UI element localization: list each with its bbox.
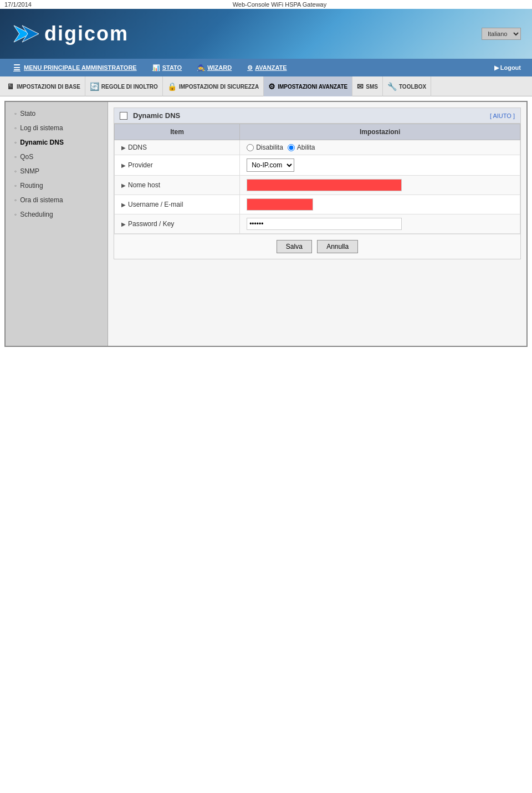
nome-host-input[interactable] — [247, 179, 402, 191]
sms-icon: ✉ — [357, 82, 364, 91]
password-control-cell — [240, 214, 520, 234]
sicurezza-icon: 🔒 — [167, 82, 177, 91]
annulla-button[interactable]: Annulla — [317, 240, 358, 253]
sidebar: Stato Log di sistema Dynamic DNS QoS SNM… — [6, 102, 108, 346]
panel-help-link[interactable]: [ AIUTO ] — [490, 112, 515, 119]
ddns-label-cell: ▶ DDNS — [115, 140, 240, 155]
sidebar-item-routing[interactable]: Routing — [6, 178, 108, 193]
nav-avanzate[interactable]: ⚙ Avanzate — [239, 59, 294, 76]
main-nav: ☰ MENU PRINCIPALE AMMINISTRATORE 📊 Stato… — [0, 59, 532, 76]
provider-label: ▶ Provider — [121, 161, 233, 169]
dynamic-dns-panel: Dynamic DNS [ AIUTO ] Item Impostazioni — [114, 108, 521, 259]
content-wrapper: Stato Log di sistema Dynamic DNS QoS SNM… — [4, 101, 528, 347]
nome-host-label-cell: ▶ Nome host — [115, 176, 240, 195]
regole-inoltro-icon: 🔄 — [90, 82, 99, 91]
header-banner: digicom Italiano English — [0, 9, 532, 59]
nome-host-control-cell — [240, 176, 520, 195]
subnav-impostazioni-base[interactable]: 🖥 IMPOSTAZIONI DI BASE — [2, 76, 85, 96]
lang-selector[interactable]: Italiano English — [482, 28, 521, 40]
sidebar-item-snmp[interactable]: SNMP — [6, 164, 108, 178]
nav-wizard[interactable]: 🧙 Wizard — [190, 59, 239, 76]
sidebar-item-dynamic-dns[interactable]: Dynamic DNS — [6, 135, 108, 150]
sidebar-item-scheduling[interactable]: Scheduling — [6, 207, 108, 222]
ddns-control-cell: Disabilita Abilita — [240, 140, 520, 155]
password-label-cell: ▶ Password / Key — [115, 214, 240, 234]
nome-host-label: ▶ Nome host — [121, 181, 233, 189]
logout-button[interactable]: ▶ Logout — [489, 64, 526, 71]
avanzate-icon: ⚙ — [268, 82, 275, 91]
page-title: Web-Console WiFi HSPA Gateway — [233, 1, 327, 8]
toolbox-icon: 🔧 — [387, 82, 397, 91]
logo-text: digicom — [44, 22, 129, 45]
panel-checkbox-icon — [120, 112, 127, 120]
date-label: 17/1/2014 — [4, 1, 32, 8]
form-table: Item Impostazioni ▶ DDNS — [114, 124, 520, 234]
username-label: ▶ Username / E-mail — [121, 201, 233, 208]
provider-arrow-icon: ▶ — [121, 162, 126, 168]
subnav-sms[interactable]: ✉ SMS — [352, 76, 383, 96]
ddns-label: ▶ DDNS — [121, 144, 233, 151]
table-row: ▶ Password / Key — [115, 214, 520, 234]
provider-label-cell: ▶ Provider — [115, 155, 240, 176]
provider-select[interactable]: No-IP.com DynDNS TZO ZoneEdit Enom Oray — [247, 158, 294, 172]
ddns-disabilita-label[interactable]: Disabilita — [247, 144, 283, 151]
sidebar-item-log-sistema[interactable]: Log di sistema — [6, 121, 108, 135]
impostazioni-base-icon: 🖥 — [7, 82, 14, 91]
subnav-toolbox[interactable]: 🔧 TOOLBOX — [383, 76, 431, 96]
sidebar-item-qos[interactable]: QoS — [6, 150, 108, 164]
table-row: ▶ Username / E-mail — [115, 195, 520, 214]
subnav-impostazioni-sicurezza[interactable]: 🔒 IMPOSTAZIONI DI SICUREZZA — [163, 76, 264, 96]
username-arrow-icon: ▶ — [121, 202, 126, 208]
language-select[interactable]: Italiano English — [482, 28, 521, 40]
top-bar: 17/1/2014 Web-Console WiFi HSPA Gateway — [0, 0, 532, 9]
nav-stato[interactable]: 📊 Stato — [145, 59, 190, 76]
provider-control-cell: No-IP.com DynDNS TZO ZoneEdit Enom Oray — [240, 155, 520, 176]
password-arrow-icon: ▶ — [121, 221, 126, 227]
password-label: ▶ Password / Key — [121, 220, 233, 228]
panel-title: Dynamic DNS — [133, 111, 180, 120]
subnav-regole-inoltro[interactable]: 🔄 REGOLE DI INOLTRO — [85, 76, 163, 96]
sub-nav: 🖥 IMPOSTAZIONI DI BASE 🔄 REGOLE DI INOLT… — [0, 76, 532, 96]
ddns-disabilita-radio[interactable] — [247, 144, 254, 151]
col-item: Item — [115, 124, 240, 140]
nav-menu-principale[interactable]: ☰ MENU PRINCIPALE AMMINISTRATORE — [6, 59, 145, 76]
username-label-cell: ▶ Username / E-mail — [115, 195, 240, 214]
ddns-arrow-icon: ▶ — [121, 145, 126, 151]
logo-area: digicom — [11, 20, 129, 48]
username-control-cell — [240, 195, 520, 214]
main-content: Dynamic DNS [ AIUTO ] Item Impostazioni — [108, 102, 526, 346]
panel-header: Dynamic DNS [ AIUTO ] — [114, 108, 520, 124]
table-row: ▶ Nome host — [115, 176, 520, 195]
nome-host-arrow-icon: ▶ — [121, 182, 126, 188]
subnav-impostazioni-avanzate[interactable]: ⚙ IMPOSTAZIONI AVANZATE — [264, 76, 352, 96]
ddns-abilita-radio[interactable] — [288, 144, 295, 151]
password-input[interactable] — [247, 218, 402, 230]
ddns-abilita-label[interactable]: Abilita — [288, 144, 315, 151]
table-row: ▶ DDNS Disabilita — [115, 140, 520, 155]
salva-button[interactable]: Salva — [277, 240, 312, 253]
sidebar-item-ora-sistema[interactable]: Ora di sistema — [6, 193, 108, 207]
table-row: ▶ Provider No-IP.com DynDNS TZO ZoneEdit… — [115, 155, 520, 176]
buttons-row: Salva Annulla — [114, 234, 520, 259]
col-settings: Impostazioni — [240, 124, 520, 140]
ddns-radio-group: Disabilita Abilita — [247, 144, 513, 151]
username-input[interactable] — [247, 198, 313, 211]
logo-icon — [11, 20, 39, 48]
panel-header-left: Dynamic DNS — [120, 111, 180, 120]
sidebar-item-stato[interactable]: Stato — [6, 106, 108, 121]
